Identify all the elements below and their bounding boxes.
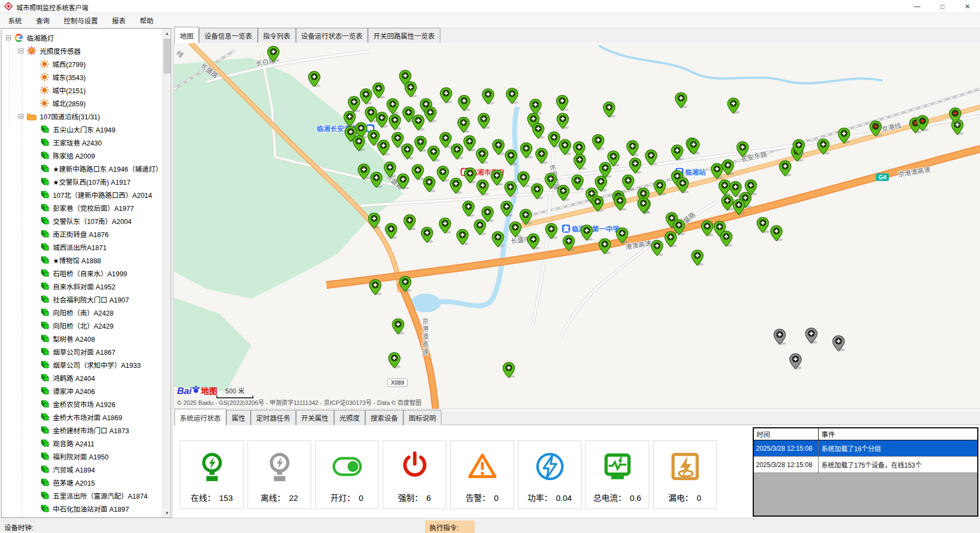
device-pin-online[interactable] (404, 81, 417, 98)
device-pin-online[interactable] (720, 231, 733, 247)
device-pin-online[interactable] (556, 95, 568, 111)
device-pin-online[interactable] (308, 71, 320, 87)
scroll-up-icon[interactable]: ▲ (163, 29, 171, 38)
device-pin-online[interactable] (492, 231, 504, 247)
device-pin-online[interactable] (687, 138, 700, 155)
device-pin-online[interactable] (671, 144, 683, 161)
tree-item-g1-4[interactable]: 城北(2859) (2, 96, 162, 110)
map-tab-3[interactable]: 指令列表 (258, 28, 296, 43)
device-pin-online[interactable] (592, 134, 604, 150)
device-pin-online[interactable] (580, 225, 593, 241)
bottom-tab-4[interactable]: 开关属性 (296, 410, 334, 425)
tree-item-g2-23[interactable]: 金桥大市场对面 A1869 (2, 410, 162, 423)
tree-item-group-1[interactable]: 光照度传感器 (2, 44, 162, 57)
device-pin-online[interactable] (556, 113, 569, 129)
device-pin-online[interactable] (370, 172, 383, 188)
device-pin-online[interactable] (779, 160, 791, 177)
device-pin-online[interactable] (727, 98, 740, 114)
device-pin-online[interactable] (481, 206, 494, 222)
bottom-tab-3[interactable]: 定时器任务 (251, 410, 296, 425)
map-tab-5[interactable]: 开关回路属性一览表 (368, 28, 440, 43)
bottom-tab-6[interactable]: 搜索设备 (365, 410, 403, 425)
tree-item-root[interactable]: 临湘路灯 (2, 31, 162, 44)
device-pin-online[interactable] (616, 227, 628, 244)
device-pin-online[interactable] (399, 276, 412, 292)
device-pin-online[interactable] (439, 217, 451, 234)
tree-item-g2-14[interactable]: 社会福利院大门口 A1907 (2, 293, 162, 306)
device-pin-online[interactable] (463, 135, 476, 152)
device-pin-online[interactable] (477, 113, 490, 129)
device-pin-online[interactable] (599, 162, 612, 178)
device-pin-alarm[interactable] (949, 107, 961, 124)
device-pin-online[interactable] (503, 362, 515, 378)
tree-item-g2-2[interactable]: 王家珑巷 A2430 (2, 136, 162, 149)
tree-item-g2-8[interactable]: 交警队东（107南）A2004 (2, 214, 162, 227)
device-pin-online[interactable] (626, 140, 639, 156)
device-pin-online[interactable] (637, 197, 650, 214)
device-pin-alarm[interactable] (916, 115, 929, 131)
tree-item-g1-3[interactable]: 城中(2151) (2, 83, 162, 96)
tree-item-g2-13[interactable]: 自来水斜对面 A1952 (2, 280, 162, 293)
device-pin-online[interactable] (437, 166, 449, 182)
map-tab-2[interactable]: 设备信息一览表 (199, 28, 258, 43)
tree-item-g2-26[interactable]: 福利院对面 A1950 (2, 450, 162, 463)
device-pin-online[interactable] (462, 201, 475, 217)
device-pin-online[interactable] (423, 176, 435, 192)
scroll-thumb[interactable] (164, 39, 171, 74)
tree-scrollbar[interactable]: ▲ ▼ (162, 29, 171, 517)
bottom-tab-7[interactable]: 图标说明 (403, 410, 441, 425)
device-pin-online[interactable] (414, 136, 427, 152)
event-log-row-1[interactable]: 2025/3/28 12:15:08系统加载了16个分组 (754, 440, 977, 457)
tree-expander-icon[interactable] (19, 114, 23, 119)
device-pin-online[interactable] (343, 111, 356, 127)
device-pin-online[interactable] (372, 82, 385, 99)
tree-item-g2-12[interactable]: 石咀桥（自来水）A1999 (2, 266, 162, 280)
tree-expander-icon[interactable] (6, 35, 11, 40)
device-pin-online[interactable] (492, 139, 505, 155)
device-pin-online[interactable] (519, 209, 532, 225)
device-pin-online[interactable] (757, 217, 769, 233)
tree-item-g2-19[interactable]: 烟草公司（求知中学）A1933 (2, 358, 162, 371)
device-pin-online[interactable] (770, 225, 783, 241)
device-pin-offline[interactable] (789, 353, 802, 370)
device-pin-online[interactable] (397, 173, 409, 190)
device-pin-online[interactable] (532, 123, 545, 139)
device-pin-online[interactable] (386, 98, 399, 114)
tree-item-g2-7[interactable]: 彭家巷（党校后面）A1977 (2, 201, 162, 214)
tree-item-g2-30[interactable]: 中石化加油站对面 A1897 (2, 502, 162, 515)
device-pin-online[interactable] (603, 101, 615, 118)
device-pin-online[interactable] (504, 181, 517, 197)
device-pin-online[interactable] (403, 214, 416, 231)
menu-item-4[interactable]: 报表 (105, 13, 133, 28)
device-pin-online[interactable] (412, 114, 425, 131)
bottom-tab-2[interactable]: 属性 (226, 410, 251, 425)
tree-item-g2-5[interactable]: ★交警队西(107南) A1917 (2, 175, 162, 188)
device-pin-online[interactable] (360, 88, 372, 105)
device-pin-online[interactable] (545, 223, 558, 239)
device-pin-online[interactable] (573, 154, 586, 170)
device-pin-online[interactable] (389, 114, 401, 130)
device-pin-online[interactable] (385, 223, 397, 239)
device-pin-online[interactable] (517, 171, 530, 187)
device-pin-online[interactable] (482, 88, 494, 105)
device-pin-online[interactable] (439, 132, 452, 148)
device-pin-online[interactable] (348, 96, 360, 112)
tree-item-g2-16[interactable]: 向阳桥（北）A2429 (2, 319, 162, 332)
device-pin-online[interactable] (559, 139, 571, 155)
device-pin-online[interactable] (838, 128, 850, 144)
device-pin-online[interactable] (733, 199, 745, 215)
device-pin-online[interactable] (451, 143, 463, 160)
device-pin-online[interactable] (645, 149, 657, 166)
device-pin-online[interactable] (353, 135, 365, 152)
device-pin-online[interactable] (392, 318, 404, 335)
device-pin-alarm[interactable] (869, 120, 882, 137)
device-pin-offline[interactable] (805, 328, 818, 344)
device-pin-online[interactable] (376, 112, 388, 128)
tree-item-g2-18[interactable]: 烟草公司对面 A1867 (2, 345, 162, 358)
device-pin-online[interactable] (676, 177, 689, 193)
tree-item-g2-27[interactable]: 汽贸城 A1894 (2, 463, 162, 476)
device-pin-online[interactable] (388, 352, 401, 368)
tree-item-g2-4[interactable]: ★建新中路路口东 A1946（辅道灯） (2, 162, 162, 175)
maximize-button[interactable]: □ (930, 0, 955, 13)
device-pin-online[interactable] (535, 148, 548, 164)
